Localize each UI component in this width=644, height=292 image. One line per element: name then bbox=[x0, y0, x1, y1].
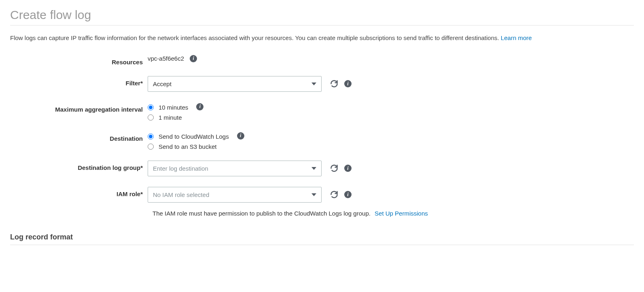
radio-cloudwatch[interactable]: Send to CloudWatch Logs bbox=[148, 133, 229, 140]
resources-value: vpc-a5f6e6c2 bbox=[148, 55, 184, 62]
label-resources: Resources bbox=[10, 55, 148, 66]
radio-1-minute-label: 1 minute bbox=[159, 114, 182, 121]
radio-1-minute[interactable]: 1 minute bbox=[148, 114, 188, 121]
label-max-aggregation: Maximum aggregation interval bbox=[10, 102, 148, 113]
log-group-dropdown[interactable]: Enter log destination bbox=[148, 161, 322, 176]
radio-s3-label: Send to an S3 bucket bbox=[159, 143, 216, 150]
radio-s3[interactable]: Send to an S3 bucket bbox=[148, 143, 229, 150]
label-log-group: Destination log group* bbox=[10, 161, 148, 171]
setup-permissions-link[interactable]: Set Up Permissions bbox=[375, 210, 428, 217]
radio-10-minutes[interactable]: 10 minutes bbox=[148, 104, 188, 111]
label-destination: Destination bbox=[10, 131, 148, 142]
radio-10-minutes-input[interactable] bbox=[148, 104, 154, 110]
info-icon[interactable]: i bbox=[196, 103, 203, 110]
info-icon[interactable]: i bbox=[344, 191, 352, 198]
info-icon[interactable]: i bbox=[344, 165, 352, 172]
refresh-icon[interactable] bbox=[330, 79, 339, 88]
radio-10-minutes-label: 10 minutes bbox=[159, 104, 188, 111]
iam-hint-text: The IAM role must have permission to pub… bbox=[153, 210, 371, 217]
row-iam-role: IAM role* No IAM role selected i bbox=[10, 187, 634, 203]
radio-1-minute-input[interactable] bbox=[148, 114, 154, 121]
info-icon[interactable]: i bbox=[237, 132, 244, 140]
description-text: Flow logs can capture IP traffic flow in… bbox=[10, 34, 499, 41]
radio-s3-input[interactable] bbox=[148, 144, 154, 150]
iam-role-dropdown[interactable]: No IAM role selected bbox=[148, 187, 322, 203]
info-icon[interactable]: i bbox=[190, 55, 197, 62]
radio-cloudwatch-label: Send to CloudWatch Logs bbox=[159, 133, 229, 140]
chevron-down-icon bbox=[311, 167, 316, 170]
label-filter: Filter* bbox=[10, 76, 148, 87]
row-resources: Resources vpc-a5f6e6c2 i bbox=[10, 55, 634, 66]
row-filter: Filter* Accept i bbox=[10, 76, 634, 92]
learn-more-link[interactable]: Learn more bbox=[501, 34, 532, 41]
refresh-icon[interactable] bbox=[330, 164, 339, 173]
section-log-format: Log record format bbox=[10, 233, 634, 245]
iam-role-placeholder: No IAM role selected bbox=[153, 191, 209, 198]
chevron-down-icon bbox=[311, 193, 316, 196]
row-max-aggregation: Maximum aggregation interval 10 minutes … bbox=[10, 102, 634, 121]
row-log-group: Destination log group* Enter log destina… bbox=[10, 161, 634, 176]
page-title: Create flow log bbox=[10, 8, 634, 25]
filter-dropdown[interactable]: Accept bbox=[148, 76, 322, 92]
filter-value: Accept bbox=[153, 80, 172, 87]
iam-hint-row: The IAM role must have permission to pub… bbox=[10, 206, 634, 217]
page-description: Flow logs can capture IP traffic flow in… bbox=[10, 34, 634, 43]
radio-cloudwatch-input[interactable] bbox=[148, 133, 154, 140]
log-group-placeholder: Enter log destination bbox=[153, 165, 208, 172]
row-destination: Destination Send to CloudWatch Logs Send… bbox=[10, 131, 634, 150]
refresh-icon[interactable] bbox=[330, 190, 339, 199]
label-iam-role: IAM role* bbox=[10, 187, 148, 197]
info-icon[interactable]: i bbox=[344, 80, 352, 87]
chevron-down-icon bbox=[311, 83, 316, 85]
